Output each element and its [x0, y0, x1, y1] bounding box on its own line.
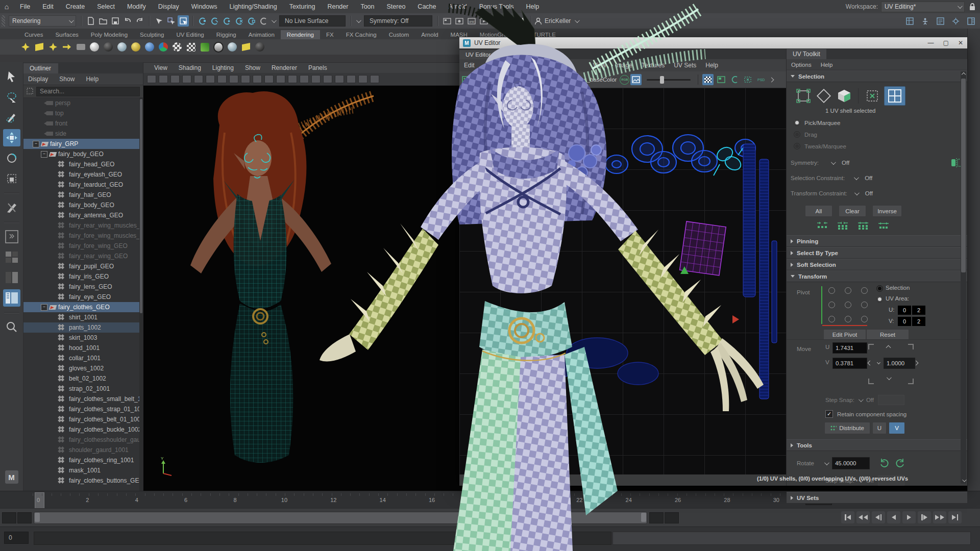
outliner-row[interactable]: − fairy_iris_GEO — [23, 271, 139, 282]
radio-drag[interactable] — [794, 131, 800, 138]
uv-area-v-min[interactable]: 0 — [898, 317, 911, 326]
shelf-item[interactable] — [158, 42, 168, 52]
chevron-down-icon[interactable] — [824, 460, 829, 465]
zoom-tool-icon[interactable] — [3, 318, 20, 336]
reset-pivot-button[interactable]: Reset — [866, 329, 909, 340]
snap-projected-center-icon[interactable] — [233, 15, 244, 27]
edit-pivot-button[interactable]: Edit Pivot — [823, 329, 866, 340]
chevron-down-icon[interactable] — [272, 18, 277, 23]
viewport-toolbar-icon[interactable] — [170, 75, 180, 83]
close-button[interactable]: ✕ — [958, 39, 963, 46]
menu-item[interactable]: Render — [322, 3, 354, 10]
outliner-search-input[interactable]: Search... — [36, 87, 140, 96]
shelf-item[interactable] — [62, 42, 72, 52]
chevron-down-icon[interactable] — [854, 175, 859, 180]
chevron-right-icon[interactable] — [769, 77, 774, 82]
render-sequence-icon[interactable] — [478, 15, 489, 27]
move-up-left-button[interactable] — [868, 344, 874, 349]
pivot-pos[interactable] — [861, 287, 868, 294]
account-name[interactable]: EricKeller — [545, 17, 571, 24]
outliner-scrollbar[interactable] — [139, 98, 143, 491]
pixel-snap-icon[interactable] — [729, 74, 740, 85]
shelf-item[interactable] — [131, 42, 141, 52]
move-up-right-button[interactable] — [908, 344, 914, 349]
shelf-tab[interactable]: Rigging — [210, 30, 242, 39]
last-tool-icon[interactable] — [3, 199, 20, 216]
pivot-pos[interactable] — [845, 287, 851, 294]
shelf-tab[interactable]: UV Editing — [170, 30, 210, 39]
outliner-row[interactable]: − fairy_rear_wing_muscles_GE — [23, 220, 139, 231]
outliner-row[interactable]: − collar_1001 — [23, 353, 139, 363]
shelf-tab[interactable]: Sculpting — [134, 30, 170, 39]
pivot-pos[interactable] — [845, 316, 851, 322]
shelf-item[interactable] — [117, 42, 127, 52]
viewport-menu-item[interactable]: View — [149, 64, 173, 71]
modeling-toolkit-toggle-icon[interactable] — [904, 15, 915, 27]
chevron-down-icon[interactable] — [488, 77, 493, 82]
anim-start-field[interactable] — [2, 512, 16, 523]
timeline-tick[interactable]: 14 — [377, 497, 388, 503]
layout-single-pane-icon[interactable] — [3, 228, 20, 245]
new-scene-icon[interactable] — [85, 15, 96, 27]
minimize-button[interactable]: — — [928, 39, 934, 46]
select-all-button[interactable]: All — [805, 205, 832, 217]
radio-pick-marquee[interactable] — [794, 119, 800, 126]
viewport-menu-item[interactable]: Show — [240, 64, 265, 71]
snap-grid-icon[interactable] — [197, 15, 208, 27]
menu-item[interactable]: Windows — [186, 3, 223, 10]
timeline-tick[interactable]: 8 — [230, 497, 241, 503]
transform-constraint-value[interactable]: Off — [865, 190, 873, 196]
distribute-v-button[interactable]: V — [889, 422, 905, 434]
baked-texture-icon[interactable] — [716, 74, 727, 85]
invert-selection-button[interactable]: Inverse — [872, 205, 902, 217]
outliner-row[interactable]: − strap_02_1001 — [23, 384, 139, 394]
section-tools[interactable]: Tools — [787, 439, 967, 451]
shelf-item[interactable] — [255, 42, 265, 52]
image-dim-slider[interactable] — [647, 79, 691, 81]
uv-menu-item[interactable]: Image — [610, 62, 636, 69]
radio-pivot-uv-area[interactable] — [876, 296, 883, 303]
viewport-toolbar-icon[interactable] — [276, 75, 285, 83]
viewport-toolbar-icon[interactable] — [288, 75, 297, 83]
outliner-row[interactable]: − fairy_clothes_GEO — [23, 302, 139, 312]
shelf-item[interactable] — [200, 42, 210, 52]
step-back-key-button[interactable] — [856, 511, 870, 523]
outliner-row[interactable]: − fairy_body_GEO — [23, 200, 139, 210]
menu-item[interactable]: Toon — [355, 3, 380, 10]
expand-toggle[interactable]: − — [33, 141, 39, 147]
outliner-row[interactable]: − hood_1001 — [23, 343, 139, 353]
playback-speed-field[interactable]: 0 — [4, 532, 29, 544]
shelf-item[interactable] — [213, 42, 224, 52]
timeline-tick[interactable]: 22 — [574, 497, 585, 503]
shelf-item[interactable] — [186, 42, 196, 52]
shelf-tab[interactable]: Poly Modeling — [85, 30, 134, 39]
section-transform[interactable]: Transform — [787, 270, 967, 282]
command-line-input[interactable] — [34, 532, 611, 545]
shelf-tab[interactable]: Custom — [383, 30, 415, 39]
radio-tweak-marquee[interactable] — [794, 143, 800, 149]
maximize-button[interactable]: ▢ — [943, 39, 949, 46]
shelf-item[interactable] — [144, 42, 155, 52]
rgb-channel-icon[interactable]: RGB — [620, 75, 629, 85]
select-range-icon[interactable] — [877, 221, 890, 230]
outliner-row[interactable]: − fairy_clothes_ring_1001 — [23, 455, 139, 465]
undo-icon[interactable] — [122, 15, 133, 27]
playback-end-field[interactable] — [649, 512, 664, 523]
shrink-selection-icon[interactable] — [816, 221, 828, 230]
select-component-icon[interactable] — [178, 15, 189, 27]
menu-item[interactable]: Edit — [37, 3, 59, 10]
section-selection[interactable]: Selection — [787, 70, 967, 82]
shelf-item[interactable] — [103, 42, 113, 52]
chevron-down-icon[interactable] — [356, 18, 361, 23]
humanik-toggle-icon[interactable] — [919, 15, 930, 27]
grow-selection-icon[interactable] — [837, 221, 849, 230]
play-backwards-button[interactable] — [887, 511, 900, 523]
go-to-start-button[interactable] — [841, 511, 854, 523]
snap-curve-icon[interactable] — [209, 15, 220, 27]
viewport-toolbar-icon[interactable] — [300, 75, 309, 83]
section-pinning[interactable]: Pinning — [787, 235, 967, 247]
launch-render-icon[interactable] — [503, 15, 514, 27]
outliner-row[interactable]: − fairy_lens_GEO — [23, 282, 139, 292]
layout-two-pane-icon[interactable] — [3, 269, 20, 286]
viewport-toolbar-icon[interactable] — [335, 75, 344, 83]
